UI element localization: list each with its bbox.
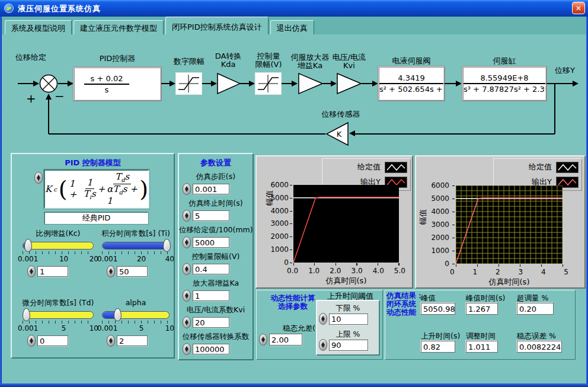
slider-track[interactable] bbox=[23, 242, 94, 250]
slider-track[interactable] bbox=[102, 311, 170, 319]
arrowhead-icon bbox=[46, 94, 52, 100]
arrowhead-icon bbox=[349, 130, 355, 136]
metric-label-rise-time: 上升时间(s) bbox=[421, 331, 460, 341]
spinner[interactable] bbox=[27, 266, 36, 277]
spinner[interactable] bbox=[27, 335, 36, 347]
formula-kc: K bbox=[45, 184, 52, 194]
signal-line bbox=[554, 83, 555, 134]
tolerance-input[interactable]: 2.00 bbox=[269, 334, 302, 346]
amplifier-triangle-icon bbox=[337, 73, 362, 94]
tab-pid-simulation[interactable]: 闭环PID控制系统仿真设计 bbox=[165, 17, 269, 34]
servo-amp-gain-label: 增益Ka bbox=[283, 62, 337, 70]
pid-transfer-function: s + 0.02s bbox=[74, 67, 161, 101]
slider-value-alpha[interactable]: 2 bbox=[117, 335, 148, 346]
slider-thumb[interactable] bbox=[163, 239, 171, 252]
spinner[interactable] bbox=[183, 236, 191, 248]
slider-track[interactable] bbox=[23, 311, 94, 319]
formula-spinner[interactable] bbox=[34, 172, 43, 184]
slider-track[interactable] bbox=[102, 242, 170, 250]
param-input-ka[interactable]: 1 bbox=[193, 290, 229, 301]
sensor-label: 位移传感器 bbox=[307, 109, 375, 120]
upper-limit-input[interactable]: 90 bbox=[329, 340, 368, 351]
window-title: 液压伺服位置系统仿真 bbox=[18, 4, 101, 14]
lower-limit-input[interactable]: 10 bbox=[329, 314, 368, 325]
metric-label-peak-time: 峰值时间(s) bbox=[466, 293, 505, 303]
param-field-kvi: 电压/电流系数Kvi 20 bbox=[179, 305, 253, 328]
pid-model-name: 经典PID bbox=[44, 212, 148, 224]
param-input-endtime[interactable]: 5 bbox=[193, 210, 229, 221]
param-input-step[interactable]: 0.001 bbox=[193, 184, 229, 194]
slider-thumb[interactable] bbox=[24, 239, 32, 252]
slider-value-td[interactable]: 0 bbox=[37, 335, 68, 346]
servo-cylinder-label: 伺服缸 bbox=[468, 56, 541, 66]
spinner[interactable] bbox=[319, 339, 327, 351]
x-axis-label: 仿真时间(s) bbox=[456, 277, 563, 287]
tab-system-description[interactable]: 系统及模型说明 bbox=[5, 20, 72, 34]
plot-area bbox=[456, 185, 563, 264]
arrowhead-icon bbox=[249, 81, 255, 87]
slider-ti: 积分时间常数[s] (Ti) 0.0012040 50 bbox=[97, 229, 174, 277]
slider-scale: 0.001510 bbox=[97, 324, 174, 332]
param-input-control-limit[interactable]: 0.4 bbox=[193, 264, 229, 274]
x-tickmarks bbox=[293, 263, 400, 266]
param-label: 电压/电流系数Kvi bbox=[179, 305, 253, 315]
servo-valve-transfer-function: 4.3419s² + 502.654s + 25 bbox=[378, 66, 445, 101]
param-input-kvi[interactable]: 20 bbox=[193, 317, 229, 328]
spinner[interactable] bbox=[183, 183, 191, 195]
legend-label: 给定值 bbox=[357, 162, 381, 172]
spinner[interactable] bbox=[107, 335, 115, 347]
pid-numerator: s + 0.02 bbox=[84, 74, 129, 85]
x-axis-label: 仿真时间(s) bbox=[293, 276, 399, 286]
spinner[interactable] bbox=[107, 266, 115, 277]
pid-block-label: PID控制器 bbox=[74, 53, 161, 64]
param-field-sensor-coeff: 位移传感器转换系数 100000 bbox=[179, 332, 253, 355]
arrowhead-icon bbox=[33, 81, 39, 87]
minus-sign: − bbox=[55, 89, 65, 103]
metric-label-settling-time: 调整时间 bbox=[466, 331, 496, 341]
param-input-setpoint[interactable]: 5000 bbox=[193, 237, 229, 248]
slider-label: alpha bbox=[97, 298, 174, 308]
metric-value-peak: 5050.98 bbox=[421, 303, 455, 315]
spinner[interactable] bbox=[183, 290, 191, 302]
input-label: 位移给定 bbox=[15, 52, 46, 63]
param-field-setpoint: 位移给定值/100(mm) 5000 bbox=[179, 225, 253, 248]
pid-formula: Kc ( 1 + 1Tis + TdsαTds + 1 ) bbox=[45, 171, 148, 207]
param-field-control-limit: 控制量限幅(V) 0.4 bbox=[179, 252, 253, 275]
slider-value-ti[interactable]: 50 bbox=[117, 266, 148, 277]
formula-lparen: ( bbox=[59, 179, 68, 199]
app-icon bbox=[4, 4, 14, 13]
window-border-left bbox=[0, 17, 2, 387]
param-field-ka: 放大器增益Ka 1 bbox=[179, 279, 253, 302]
spinner[interactable] bbox=[259, 334, 267, 346]
spinner[interactable] bbox=[183, 263, 191, 275]
saturation-icon bbox=[175, 72, 202, 95]
formula-plus: + bbox=[98, 184, 106, 194]
slider-thumb[interactable] bbox=[23, 308, 30, 321]
results-header-line2: 闭环系统 bbox=[386, 300, 424, 308]
spinner[interactable] bbox=[183, 343, 191, 355]
param-input-sensor-coeff[interactable]: 100000 bbox=[193, 344, 229, 354]
legend-swatch-icon bbox=[385, 162, 407, 173]
slider-kc: 比例增益(Kc) 0.0011020 1 bbox=[18, 229, 98, 277]
formula-rparen: ) bbox=[139, 179, 148, 199]
close-button[interactable]: ✕ bbox=[572, 2, 585, 14]
signal-line bbox=[18, 83, 34, 84]
spinner[interactable] bbox=[319, 313, 327, 325]
servo-valve-label: 电液伺服阀 bbox=[373, 56, 449, 66]
tab-exit[interactable]: 退出仿真 bbox=[270, 20, 314, 34]
x-axis-ticks: 0.01.02.03.04.05.0 bbox=[287, 267, 405, 275]
pid-panel-title: PID 控制器模型 bbox=[12, 158, 174, 168]
tab-build-model[interactable]: 建立液压元件数学模型 bbox=[74, 20, 164, 34]
metric-value-settling-time: 1.011 bbox=[466, 341, 498, 353]
signal-line bbox=[49, 133, 325, 135]
slider-value-kc[interactable]: 1 bbox=[37, 266, 68, 277]
control-limit-label-line1: 控制量 bbox=[249, 52, 288, 60]
spinner[interactable] bbox=[183, 210, 191, 222]
servo-cylinder-transfer-function: 8.55949E+8s³ + 7.87827s² + 2.3993 bbox=[462, 66, 547, 101]
legend-swatch-icon bbox=[556, 162, 579, 173]
tolerance-row: 2.00 bbox=[259, 334, 302, 346]
spinner[interactable] bbox=[183, 316, 191, 328]
legend-label: 给定值 bbox=[529, 162, 552, 172]
slider-thumb[interactable] bbox=[114, 308, 122, 321]
output-label: 位移Y bbox=[555, 65, 575, 76]
